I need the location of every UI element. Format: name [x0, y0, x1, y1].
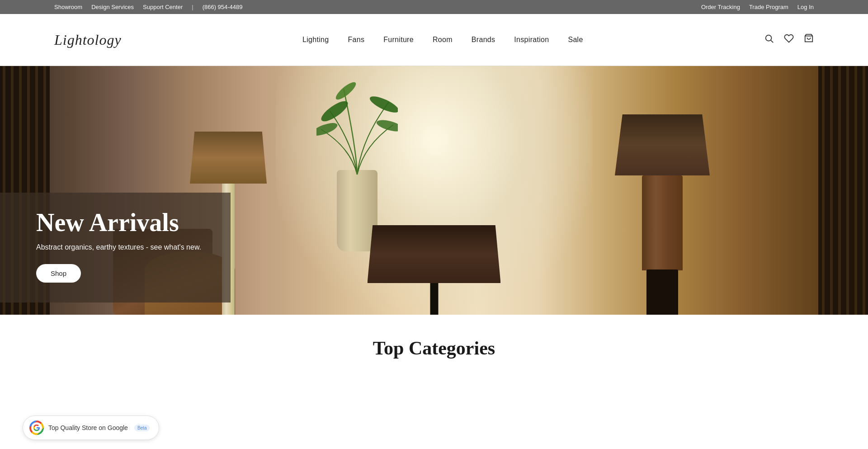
top-bar: Showroom Design Services Support Center … [0, 0, 868, 14]
separator: | [192, 4, 193, 10]
top-bar-left: Showroom Design Services Support Center … [54, 4, 243, 10]
heart-icon[interactable] [784, 33, 794, 46]
svg-point-5 [316, 120, 339, 138]
svg-point-0 [766, 35, 772, 41]
main-nav: Lighting Fans Furniture Room Brands Insp… [302, 36, 583, 44]
trade-program-link[interactable]: Trade Program [749, 4, 788, 10]
svg-line-1 [771, 40, 773, 43]
hero-subtext: Abstract organics, earthy textures - see… [36, 243, 209, 251]
top-bar-right: Order Tracking Trade Program Log In [701, 4, 814, 10]
bottom-section: Top Categories [0, 315, 868, 368]
main-header: Lightology Lighting Fans Furniture Room … [0, 14, 868, 66]
lamp-3 [368, 225, 501, 315]
top-categories-heading: Top Categories [54, 337, 814, 359]
nav-fans[interactable]: Fans [348, 36, 364, 44]
hero-section: New Arrivals Abstract organics, earthy t… [0, 66, 868, 315]
logo[interactable]: Lightology [54, 32, 122, 48]
svg-point-4 [368, 93, 398, 116]
nav-sale[interactable]: Sale [568, 36, 583, 44]
nav-inspiration[interactable]: Inspiration [514, 36, 549, 44]
cart-icon[interactable] [804, 33, 814, 46]
shop-button[interactable]: Shop [36, 264, 81, 283]
showroom-link[interactable]: Showroom [54, 4, 82, 10]
log-in-link[interactable]: Log In [797, 4, 814, 10]
hero-headline: New Arrivals [36, 209, 209, 237]
hero-text-box: New Arrivals Abstract organics, earthy t… [0, 193, 231, 302]
svg-point-6 [375, 118, 398, 134]
design-services-link[interactable]: Design Services [91, 4, 134, 10]
search-icon[interactable] [764, 33, 774, 46]
header-icons [764, 33, 814, 46]
nav-brands[interactable]: Brands [472, 36, 495, 44]
lamp-2 [615, 114, 710, 315]
svg-point-3 [318, 98, 350, 125]
phone-number: (866) 954-4489 [203, 4, 243, 10]
order-tracking-link[interactable]: Order Tracking [701, 4, 740, 10]
nav-furniture[interactable]: Furniture [383, 36, 414, 44]
nav-lighting[interactable]: Lighting [302, 36, 329, 44]
support-center-link[interactable]: Support Center [143, 4, 183, 10]
nav-room[interactable]: Room [433, 36, 453, 44]
